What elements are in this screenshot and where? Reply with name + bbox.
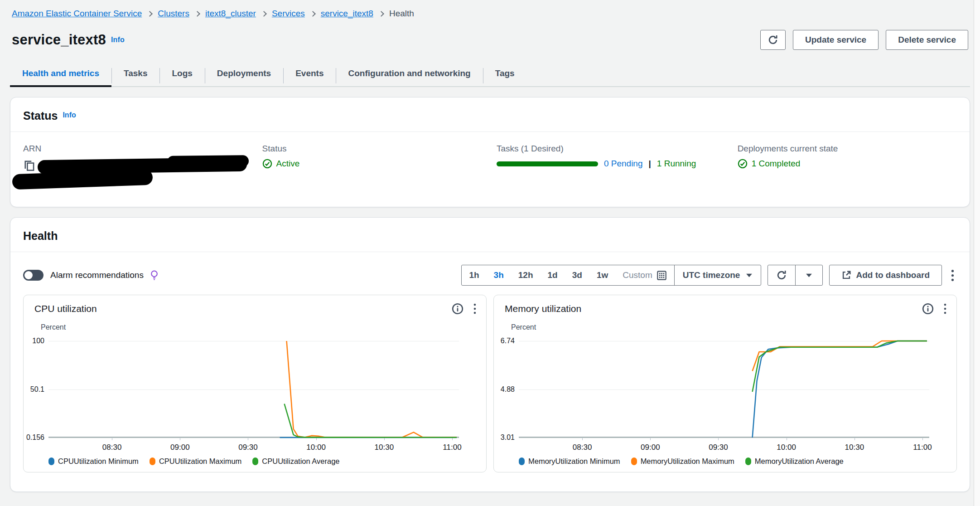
x-axis-tick-label: 09:30 <box>709 443 728 452</box>
breadcrumb-item-health: Health <box>389 9 414 19</box>
y-axis-tick-label: 0.156 <box>24 433 44 442</box>
chart-plot: 10050.10.15608:3009:0009:3010:0010:3011:… <box>48 341 459 438</box>
legend-item-memoryutilization-average[interactable]: MemoryUtilization Average <box>745 457 844 466</box>
custom-range-button[interactable]: Custom <box>615 265 669 285</box>
timezone-dropdown[interactable]: UTC timezone <box>675 265 761 285</box>
tasks-separator: | <box>648 159 651 169</box>
charts-row: CPU utilization Percent 10050.10.15608:3… <box>10 295 970 491</box>
breadcrumb-item-service-itext8[interactable]: service_itext8 <box>321 9 373 19</box>
breadcrumb-item-services[interactable]: Services <box>272 9 305 19</box>
health-toolbar: Alarm recommendations 1h3h12h1d3d1w Cust… <box>10 252 970 295</box>
status-panel: StatusInfo ARN Status <box>10 97 970 207</box>
legend-marker <box>519 457 525 465</box>
caret-down-icon <box>746 273 753 278</box>
health-kebab-menu[interactable] <box>948 268 957 283</box>
tab-health-and-metrics[interactable]: Health and metrics <box>10 63 111 86</box>
breadcrumb-chevron-icon <box>310 11 316 17</box>
delete-service-button[interactable]: Delete service <box>886 30 968 50</box>
tab-tasks[interactable]: Tasks <box>111 63 159 86</box>
x-axis-tick-label: 09:30 <box>238 443 258 452</box>
time-range-1w[interactable]: 1w <box>589 265 615 285</box>
arn-label: ARN <box>23 144 262 154</box>
tab-logs[interactable]: Logs <box>159 63 204 86</box>
legend-item-cpuutilization-minimum[interactable]: CPUUtilization Minimum <box>48 457 139 466</box>
add-to-dashboard-button[interactable]: Add to dashboard <box>829 265 942 286</box>
copy-icon[interactable] <box>23 160 35 174</box>
legend-label: CPUUtilization Maximum <box>159 457 241 466</box>
x-axis-tick-label: 09:00 <box>170 443 190 452</box>
kebab-menu-icon[interactable] <box>944 303 946 314</box>
refresh-options-button[interactable] <box>795 265 822 285</box>
breadcrumb-item-amazon-elastic-container-service[interactable]: Amazon Elastic Container Service <box>12 9 142 19</box>
tab-deployments[interactable]: Deployments <box>205 63 283 86</box>
time-range-3d[interactable]: 3d <box>565 265 589 285</box>
breadcrumb: Amazon Elastic Container ServiceClusters… <box>10 0 970 19</box>
x-axis-tick-label: 11:00 <box>913 443 932 452</box>
tasks-running: 1 Running <box>657 159 696 169</box>
info-icon[interactable] <box>922 303 934 315</box>
timezone-label: UTC timezone <box>683 270 740 280</box>
time-range-12h[interactable]: 12h <box>511 265 541 285</box>
chart-series-svg <box>519 341 929 438</box>
x-axis-tick-mark <box>180 438 180 440</box>
tab-tags[interactable]: Tags <box>483 63 527 86</box>
refresh-icon <box>768 34 778 45</box>
success-check-icon <box>262 159 272 169</box>
deployments-value: 1 Completed <box>752 159 801 169</box>
legend-marker <box>631 457 637 465</box>
page-title: service_itext8Info <box>12 32 125 48</box>
time-range-group: 1h3h12h1d3d1w Custom UTC timezone <box>461 265 761 286</box>
legend-marker <box>150 457 155 465</box>
legend-item-cpuutilization-average[interactable]: CPUUtilization Average <box>252 457 339 466</box>
breadcrumb-item-clusters[interactable]: Clusters <box>158 9 189 19</box>
series-line-memoryutilization-maximum <box>753 341 927 371</box>
redacted-arn <box>167 155 249 168</box>
title-info-link[interactable]: Info <box>111 36 125 44</box>
status-label: Status <box>262 144 497 154</box>
tab-configuration-and-networking[interactable]: Configuration and networking <box>336 63 483 86</box>
x-axis-tick-label: 08:30 <box>573 443 592 452</box>
breadcrumb-item-itext8-cluster[interactable]: itext8_cluster <box>205 9 256 19</box>
legend-marker <box>745 457 751 465</box>
calendar-grid-icon <box>657 270 667 281</box>
legend-item-memoryutilization-maximum[interactable]: MemoryUtilization Maximum <box>631 457 734 466</box>
chart-refresh-button[interactable] <box>768 265 795 285</box>
y-axis-tick-label: 50.1 <box>24 385 44 394</box>
tasks-label: Tasks (1 Desired) <box>497 144 738 154</box>
x-axis-tick-mark <box>854 438 855 440</box>
health-panel: Health Alarm recommendations 1h3h12h1d3d… <box>10 217 970 492</box>
chart-plot: 6.744.883.0108:3009:0009:3010:0010:3011:… <box>519 341 929 438</box>
x-axis-tick-mark <box>922 438 923 440</box>
chart-title: CPU utilization <box>34 303 97 314</box>
time-range-1d[interactable]: 1d <box>541 265 565 285</box>
legend-marker <box>48 457 54 465</box>
tasks-progress-bar <box>497 161 598 166</box>
x-axis-tick-mark <box>112 438 112 440</box>
legend-item-memoryutilization-minimum[interactable]: MemoryUtilization Minimum <box>519 457 620 466</box>
time-range-3h[interactable]: 3h <box>487 265 511 285</box>
x-axis-tick-label: 10:30 <box>845 443 864 452</box>
alarm-recommendations-toggle[interactable] <box>23 270 43 281</box>
info-icon[interactable] <box>452 303 463 315</box>
page-header: service_itext8Info Update service Delete… <box>10 30 970 50</box>
chart-unit-label: Percent <box>41 323 66 331</box>
refresh-button[interactable] <box>760 30 786 50</box>
tab-events[interactable]: Events <box>283 63 336 86</box>
lightbulb-icon[interactable] <box>150 270 158 281</box>
status-info-link[interactable]: Info <box>63 111 76 119</box>
tasks-field: Tasks (1 Desired) 0 Pending | 1 Running <box>497 144 738 190</box>
kebab-menu-icon[interactable] <box>473 303 476 314</box>
scrollbar-track[interactable] <box>974 0 980 506</box>
status-field: Status Active <box>262 144 497 190</box>
x-axis-tick-label: 09:00 <box>641 443 660 452</box>
toggle-knob <box>24 271 33 279</box>
legend-label: CPUUtilization Minimum <box>58 457 139 466</box>
arn-value <box>23 158 262 190</box>
x-axis-tick-label: 11:00 <box>443 443 461 452</box>
status-value: Active <box>276 159 300 169</box>
legend-item-cpuutilization-maximum[interactable]: CPUUtilization Maximum <box>150 457 241 466</box>
time-range-1h[interactable]: 1h <box>462 265 486 285</box>
legend-label: MemoryUtilization Minimum <box>528 457 620 466</box>
custom-range-label: Custom <box>623 265 652 285</box>
update-service-button[interactable]: Update service <box>793 30 879 50</box>
